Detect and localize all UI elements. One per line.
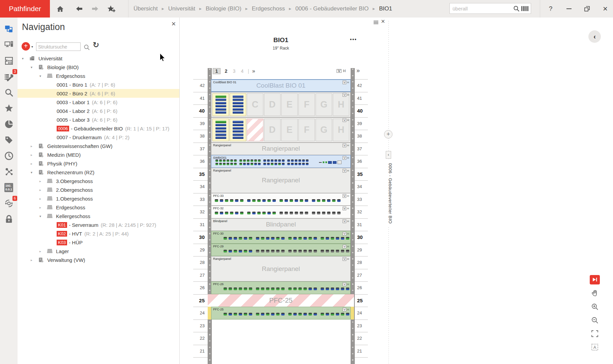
rack-panel-pfc-30[interactable]: PFC-30VH bbox=[211, 231, 351, 244]
breadcrumb-item[interactable]: 0006 - Gebäudeverteiler BIO bbox=[295, 5, 369, 12]
port-icon[interactable] bbox=[239, 163, 242, 165]
port-icon[interactable] bbox=[256, 237, 259, 240]
rack-panel-unit[interactable]: CDEFGHVH bbox=[211, 92, 351, 117]
port-icon[interactable] bbox=[224, 250, 227, 252]
port-icon[interactable] bbox=[309, 313, 312, 315]
tree-item[interactable]: ▾Kellergeschoss bbox=[18, 212, 179, 220]
port-icon[interactable] bbox=[309, 250, 312, 252]
port-icon[interactable] bbox=[295, 199, 298, 202]
zoom-in-tool-button[interactable] bbox=[590, 302, 600, 311]
port-icon[interactable] bbox=[288, 287, 292, 290]
port-icon[interactable] bbox=[258, 163, 261, 165]
port-icon[interactable] bbox=[312, 212, 315, 214]
port-icon[interactable] bbox=[224, 237, 227, 240]
port-icon[interactable] bbox=[321, 250, 324, 252]
rack-panel-pfc-25[interactable]: PFC-25VH bbox=[211, 307, 351, 320]
forward-button[interactable] bbox=[88, 0, 102, 18]
structure-search-input[interactable] bbox=[36, 42, 81, 51]
port-icon[interactable] bbox=[215, 212, 218, 214]
port-icon[interactable] bbox=[251, 163, 253, 165]
tree-expand-arrow-icon[interactable]: ▸ bbox=[31, 162, 38, 165]
add-node-button[interactable]: + bbox=[22, 42, 30, 51]
rail-favorites-icon[interactable] bbox=[3, 103, 14, 114]
port-icon[interactable] bbox=[314, 313, 317, 315]
tree-item[interactable]: 0005 - Labor 3(A: 6 | P: 6) bbox=[18, 115, 179, 124]
port-icon[interactable] bbox=[336, 313, 339, 315]
port-icon[interactable] bbox=[256, 287, 259, 290]
port-icon[interactable] bbox=[240, 212, 243, 214]
rack-panel-blindpanel[interactable]: BlindpanelBlindpanelVH bbox=[211, 218, 351, 231]
port-icon[interactable] bbox=[230, 199, 233, 202]
port-icon[interactable] bbox=[295, 212, 298, 214]
port-icon[interactable] bbox=[263, 163, 266, 165]
port-icon[interactable] bbox=[285, 212, 288, 214]
port-icon[interactable] bbox=[266, 237, 269, 240]
tree-item[interactable]: ▸Lager bbox=[18, 247, 179, 255]
port-icon[interactable] bbox=[229, 237, 232, 240]
module-slot-reserved[interactable] bbox=[247, 119, 263, 141]
rack-panel-pfc-26[interactable]: PFC-26VH bbox=[211, 281, 351, 294]
rail-history-icon[interactable] bbox=[3, 150, 14, 161]
module-slot[interactable]: E bbox=[281, 119, 298, 141]
rack-canvas[interactable]: 4242414140403939383837373636353534343333… bbox=[180, 18, 613, 364]
port-icon[interactable] bbox=[249, 313, 252, 315]
port-icon[interactable] bbox=[261, 313, 264, 315]
port-icon[interactable] bbox=[336, 287, 339, 290]
port-icon[interactable] bbox=[266, 287, 269, 290]
port-icon[interactable] bbox=[262, 212, 266, 214]
panel-view-toggle[interactable]: VH bbox=[343, 194, 349, 198]
port-icon[interactable] bbox=[220, 199, 223, 202]
rail-rack-config-icon[interactable]: 3 bbox=[3, 71, 14, 82]
port-icon[interactable] bbox=[257, 212, 261, 214]
port-icon[interactable] bbox=[266, 250, 269, 252]
port-icon[interactable] bbox=[341, 287, 344, 290]
module-slot[interactable]: G bbox=[316, 119, 332, 141]
port-icon[interactable] bbox=[272, 212, 276, 214]
port-icon[interactable] bbox=[298, 287, 302, 290]
port-icon[interactable] bbox=[298, 313, 302, 315]
port-icon[interactable] bbox=[271, 250, 274, 252]
rack-panel-rangierpanel[interactable]: RangierpanelRangierpanelVH bbox=[211, 256, 351, 281]
tree-item[interactable]: K03- HÜP bbox=[18, 238, 179, 247]
port-icon[interactable] bbox=[223, 163, 226, 165]
port-icon[interactable] bbox=[215, 199, 218, 202]
port-icon[interactable] bbox=[225, 199, 228, 202]
port-icon[interactable] bbox=[243, 159, 246, 162]
port-icon[interactable] bbox=[314, 250, 317, 252]
tree-item[interactable]: ▸Geisteswissenschaften (GW) bbox=[18, 142, 179, 150]
port-icon[interactable] bbox=[288, 237, 292, 240]
tree-item[interactable]: ▸3.Obergeschoss bbox=[18, 177, 179, 185]
rail-search-icon[interactable] bbox=[3, 87, 14, 98]
port-icon[interactable] bbox=[302, 163, 305, 165]
tree-item[interactable]: 0002 - Büro 2(A: 6 | P: 6) bbox=[18, 89, 179, 98]
port-icon[interactable] bbox=[290, 199, 293, 202]
port-icon[interactable] bbox=[312, 199, 315, 202]
port-icon[interactable] bbox=[224, 313, 227, 315]
tree-collapse-arrow-icon[interactable]: ▾ bbox=[39, 214, 47, 218]
port-icon[interactable] bbox=[326, 313, 329, 315]
port-icon[interactable] bbox=[337, 212, 341, 214]
tree-item[interactable]: ▸Verwaltung (VW) bbox=[18, 255, 179, 264]
port-icon[interactable] bbox=[240, 199, 243, 202]
rail-tags-icon[interactable] bbox=[3, 134, 14, 146]
global-search[interactable] bbox=[449, 3, 531, 14]
port-icon[interactable] bbox=[219, 159, 222, 162]
add-favorite-button[interactable] bbox=[105, 0, 118, 18]
back-button[interactable] bbox=[72, 0, 86, 18]
port-icon[interactable] bbox=[254, 163, 257, 165]
tree-expand-arrow-icon[interactable]: ▸ bbox=[39, 206, 47, 209]
module-slot-equipped[interactable] bbox=[230, 93, 246, 116]
structure-search-icon[interactable] bbox=[84, 44, 90, 51]
port-icon[interactable] bbox=[271, 237, 274, 240]
port-icon[interactable] bbox=[341, 237, 344, 240]
port-icon[interactable] bbox=[282, 159, 285, 162]
port-icon[interactable] bbox=[332, 212, 335, 214]
port-icon[interactable] bbox=[223, 159, 226, 162]
fit-view-tool-button[interactable] bbox=[590, 329, 600, 338]
port-icon[interactable] bbox=[220, 212, 223, 214]
module-slot[interactable]: H bbox=[333, 93, 349, 116]
port-icon[interactable] bbox=[288, 313, 292, 315]
port-icon[interactable] bbox=[321, 237, 324, 240]
rack-panel-coolblast-bio-01[interactable]: CoolBlast BIO 01CoolBlast BIO 01VH bbox=[211, 79, 351, 92]
port-icon[interactable] bbox=[271, 159, 273, 162]
